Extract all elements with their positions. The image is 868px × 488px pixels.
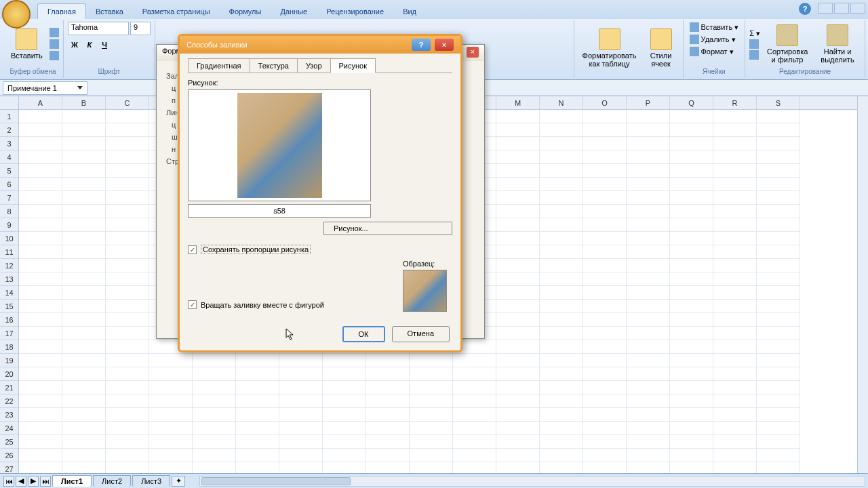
fill-icon[interactable]: [749, 39, 759, 49]
insert-cells-button[interactable]: Вставить ▾: [688, 22, 741, 33]
row-header[interactable]: 24: [0, 422, 18, 435]
row-header[interactable]: 14: [0, 286, 18, 300]
dialog-help-button[interactable]: ?: [412, 39, 431, 51]
sheet-nav-prev[interactable]: ◀: [16, 476, 26, 487]
row-header[interactable]: 7: [0, 191, 18, 205]
row-header[interactable]: 6: [0, 178, 18, 191]
tab-insert[interactable]: Вставка: [86, 4, 133, 19]
tab-picture[interactable]: Рисунок: [330, 58, 376, 73]
column-header[interactable]: P: [627, 96, 670, 109]
horizontal-scrollbar[interactable]: [199, 476, 865, 487]
tab-pattern[interactable]: Узор: [297, 58, 331, 73]
close-icon[interactable]: ×: [467, 47, 479, 58]
row-header[interactable]: 9: [0, 218, 18, 232]
row-header[interactable]: 12: [0, 259, 18, 272]
row-header[interactable]: 26: [0, 449, 18, 462]
row-header[interactable]: 8: [0, 205, 18, 218]
row-header[interactable]: 13: [0, 272, 18, 286]
column-header[interactable]: N: [540, 96, 583, 109]
row-header[interactable]: 3: [0, 137, 18, 150]
row-header[interactable]: 4: [0, 150, 18, 164]
cancel-button[interactable]: Отмена: [392, 326, 450, 342]
row-headers: 1234567891011121314151617181920212223242…: [0, 110, 19, 476]
delete-icon: [690, 35, 699, 44]
sheet-tab-1[interactable]: Лист1: [52, 475, 92, 487]
new-sheet-button[interactable]: ✦: [172, 476, 185, 487]
ribbon-tabs: Главная Вставка Разметка страницы Формул…: [0, 0, 868, 19]
paste-button[interactable]: Вставить: [7, 27, 47, 61]
tab-gradient[interactable]: Градиентная: [188, 58, 250, 73]
row-header[interactable]: 19: [0, 354, 18, 367]
italic-button[interactable]: К: [83, 38, 96, 52]
tab-texture[interactable]: Текстура: [250, 58, 298, 73]
select-picture-button[interactable]: Рисунок...: [323, 222, 452, 235]
scrollbar-thumb[interactable]: [201, 477, 351, 485]
sheet-nav-first[interactable]: ⏮: [3, 476, 14, 487]
sheet-tab-2[interactable]: Лист2: [93, 475, 131, 487]
column-header[interactable]: R: [713, 96, 757, 109]
tab-review[interactable]: Рецензирование: [317, 4, 393, 19]
tab-home[interactable]: Главная: [37, 3, 86, 19]
row-header[interactable]: 20: [0, 367, 18, 381]
select-all-corner[interactable]: [0, 96, 19, 110]
vertical-scrollbar[interactable]: [857, 96, 868, 473]
column-header[interactable]: A: [19, 96, 62, 109]
underline-button[interactable]: Ч: [98, 38, 111, 52]
find-select-button[interactable]: Найти и выделить: [814, 23, 861, 65]
column-header[interactable]: M: [496, 96, 540, 109]
lock-aspect-checkbox[interactable]: ✓: [188, 245, 197, 254]
ok-button[interactable]: ОК: [342, 326, 385, 342]
name-box[interactable]: Примечание 1: [3, 81, 87, 95]
row-header[interactable]: 23: [0, 408, 18, 422]
row-header[interactable]: 2: [0, 123, 18, 137]
sheet-nav-last[interactable]: ⏭: [40, 476, 51, 487]
cut-icon[interactable]: [50, 28, 59, 37]
row-header[interactable]: 15: [0, 300, 18, 313]
row-header[interactable]: 10: [0, 232, 18, 245]
column-header[interactable]: O: [583, 96, 627, 109]
tab-view[interactable]: Вид: [393, 4, 426, 19]
dialog-close-button[interactable]: ×: [435, 39, 454, 51]
minimize-button[interactable]: [818, 3, 833, 14]
font-size-combo[interactable]: 9: [130, 22, 151, 35]
bold-button[interactable]: Ж: [68, 38, 81, 52]
row-header[interactable]: 11: [0, 245, 18, 259]
row-header[interactable]: 22: [0, 394, 18, 408]
sort-filter-button[interactable]: Сортировка и фильтр: [763, 23, 812, 65]
autosum-icon[interactable]: Σ ▾: [749, 29, 760, 38]
clear-icon[interactable]: [749, 50, 759, 60]
row-header[interactable]: 16: [0, 313, 18, 327]
rotate-fill-checkbox[interactable]: ✓: [188, 300, 197, 309]
tab-formulas[interactable]: Формулы: [220, 4, 271, 19]
rotate-fill-label: Вращать заливку вместе с фигурой: [201, 301, 324, 309]
cell-styles-button[interactable]: Стили ячеек: [644, 27, 679, 69]
sheet-nav-next[interactable]: ▶: [28, 476, 39, 487]
tab-data[interactable]: Данные: [271, 4, 317, 19]
font-name-combo[interactable]: Tahoma: [68, 22, 129, 35]
format-cells-button[interactable]: Формат ▾: [688, 46, 736, 57]
copy-icon[interactable]: [50, 39, 59, 49]
format-painter-icon[interactable]: [50, 51, 59, 60]
editing-group-label: Редактирование: [749, 66, 861, 77]
row-header[interactable]: 17: [0, 327, 18, 340]
column-header[interactable]: C: [106, 96, 149, 109]
sheet-tab-3[interactable]: Лист3: [132, 475, 170, 487]
row-header[interactable]: 25: [0, 435, 18, 449]
delete-cells-button[interactable]: Удалить ▾: [688, 34, 738, 45]
restore-button[interactable]: [834, 3, 849, 14]
tab-page-layout[interactable]: Разметка страницы: [133, 4, 220, 19]
font-group-label: Шрифт: [68, 66, 151, 77]
help-icon[interactable]: ?: [799, 3, 811, 15]
row-header[interactable]: 18: [0, 340, 18, 354]
sample-label: Образец:: [403, 260, 447, 268]
row-header[interactable]: 1: [0, 110, 18, 123]
office-button[interactable]: [2, 0, 31, 28]
row-header[interactable]: 21: [0, 381, 18, 394]
column-header[interactable]: S: [757, 96, 800, 109]
column-header[interactable]: B: [62, 96, 106, 109]
close-button[interactable]: [850, 3, 865, 14]
column-header[interactable]: Q: [670, 96, 713, 109]
picture-name-field[interactable]: s58: [188, 204, 371, 218]
format-table-button[interactable]: Форматировать как таблицу: [578, 27, 641, 69]
row-header[interactable]: 5: [0, 164, 18, 178]
